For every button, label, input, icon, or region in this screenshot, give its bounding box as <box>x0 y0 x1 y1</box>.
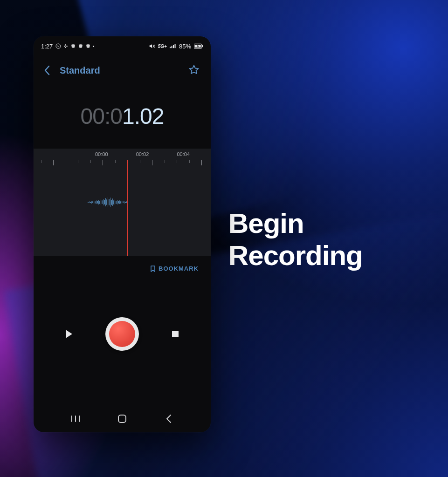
timeline-ruler <box>34 160 211 168</box>
system-nav-bar <box>34 410 211 432</box>
bookmark-label: BOOKMARK <box>159 265 199 272</box>
timeline-labels: 00:00 00:02 00:04 <box>34 151 211 157</box>
svg-rect-18 <box>118 415 126 422</box>
audio-waveform <box>88 193 127 211</box>
svg-rect-4 <box>65 47 66 48</box>
phone-frame: 1:27 5G+ 85% Standard <box>34 36 211 432</box>
discord-icon <box>70 43 76 49</box>
status-right: 5G+ 85% <box>149 43 203 50</box>
slack-icon <box>63 43 69 49</box>
svg-rect-3 <box>65 44 66 46</box>
chevron-left-icon <box>165 414 172 423</box>
header-title: Standard <box>60 65 100 76</box>
stop-icon <box>172 330 179 338</box>
bookmark-button[interactable]: BOOKMARK <box>34 256 211 272</box>
app-header: Standard <box>34 50 211 81</box>
record-icon <box>109 321 135 347</box>
instruction-line-1: Begin <box>228 207 363 239</box>
home-button[interactable] <box>117 413 128 424</box>
recording-timer: 00:01.02 <box>34 103 211 129</box>
status-notification-icons <box>55 43 94 49</box>
timeline-label: 00:04 <box>177 151 190 157</box>
recording-controls <box>34 272 211 410</box>
svg-rect-7 <box>170 47 171 48</box>
stop-button[interactable] <box>169 327 182 341</box>
discord-icon-3 <box>85 43 91 49</box>
discord-icon-2 <box>78 43 83 49</box>
status-time: 1:27 <box>41 43 53 50</box>
home-icon <box>117 414 127 423</box>
bookmark-icon <box>150 266 156 272</box>
play-icon <box>65 329 73 339</box>
svg-rect-10 <box>174 44 175 48</box>
whatsapp-icon <box>55 43 61 49</box>
svg-point-0 <box>56 44 61 48</box>
battery-percent: 85% <box>179 43 191 50</box>
play-button[interactable] <box>62 327 76 341</box>
network-label: 5G+ <box>158 44 167 49</box>
timer-dim: 00:0 <box>81 104 122 129</box>
back-button[interactable] <box>41 64 53 76</box>
svg-rect-2 <box>66 46 68 47</box>
signal-icon <box>170 43 176 49</box>
recents-button[interactable] <box>70 413 81 424</box>
nav-back-button[interactable] <box>163 413 174 424</box>
svg-rect-13 <box>202 45 203 48</box>
star-outline-icon <box>188 64 200 75</box>
mute-icon <box>149 43 155 49</box>
svg-rect-8 <box>171 46 172 48</box>
playhead-indicator <box>127 160 128 256</box>
svg-rect-9 <box>173 45 174 48</box>
timeline-label: 00:02 <box>136 151 149 157</box>
status-left: 1:27 <box>41 43 94 50</box>
recents-icon <box>71 415 80 422</box>
timer-lit: 1.02 <box>122 104 164 129</box>
svg-rect-1 <box>64 46 65 47</box>
timeline-label: 00:00 <box>95 151 108 157</box>
favorite-button[interactable] <box>188 64 200 76</box>
svg-rect-14 <box>172 331 179 337</box>
chevron-left-icon <box>44 65 50 75</box>
record-button[interactable] <box>105 317 139 351</box>
waveform-region[interactable]: 00:00 00:02 00:04 <box>34 149 211 256</box>
instruction-line-2: Recording <box>228 239 363 272</box>
battery-icon <box>194 43 203 49</box>
instruction-title: Begin Recording <box>228 207 363 272</box>
more-notifications-icon <box>93 46 94 47</box>
status-bar: 1:27 5G+ 85% <box>34 36 211 50</box>
